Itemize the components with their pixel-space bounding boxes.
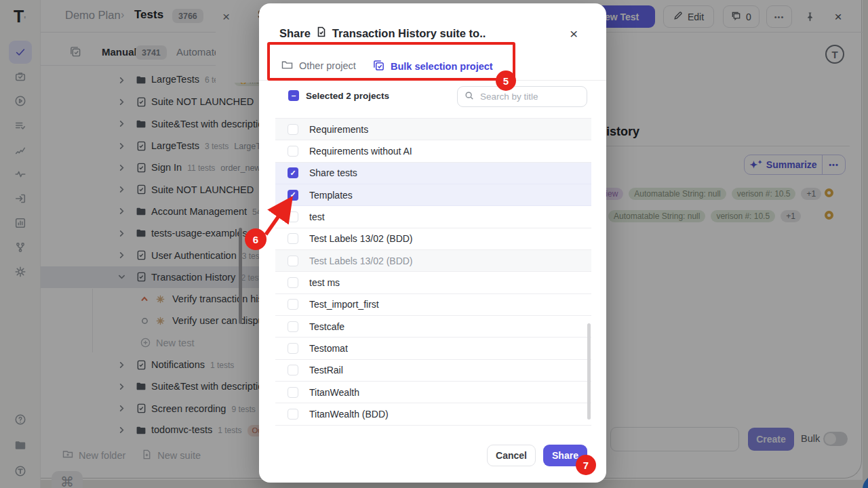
modal-title: Share Transaction History suite to..	[279, 26, 486, 40]
project-row[interactable]: Testcafe	[275, 316, 591, 338]
project-row[interactable]: Requirements without AI	[275, 140, 591, 162]
modal-title-prefix: Share	[279, 27, 311, 40]
project-label: Test Labels 13/02 (BDD)	[309, 256, 413, 266]
modal-scrollbar[interactable]	[587, 323, 591, 420]
project-row[interactable]: Test Labels 13/02 (BDD)	[275, 250, 591, 272]
project-label: Test_import_first	[309, 299, 379, 310]
step-badge-6: 6	[245, 228, 267, 250]
project-checkbox[interactable]: ✓	[288, 167, 298, 178]
project-row[interactable]: TitanWealth (BDD)	[275, 403, 591, 425]
project-row[interactable]: Requirements	[275, 119, 591, 140]
project-row[interactable]: Test Labels 13/02 (BDD)	[275, 228, 591, 250]
project-label: Requirements	[309, 124, 368, 135]
project-checkbox[interactable]	[288, 343, 298, 354]
search-input[interactable]	[479, 91, 574, 102]
step-badge-7: 7	[576, 455, 596, 475]
project-label: Share tests	[309, 167, 357, 178]
project-label: Testcafe	[309, 321, 344, 332]
project-checkbox[interactable]	[288, 146, 298, 157]
project-checkbox[interactable]	[288, 321, 298, 332]
project-row[interactable]: ✓Share tests	[275, 163, 591, 184]
search-icon	[465, 91, 474, 103]
project-list: RequirementsRequirements without AI✓Shar…	[275, 118, 591, 426]
project-label: Templates	[309, 190, 353, 201]
project-row[interactable]: TestRail	[275, 360, 591, 382]
project-checkbox[interactable]	[288, 387, 298, 398]
project-checkbox[interactable]	[288, 277, 298, 288]
project-row[interactable]: TitanWealth	[275, 382, 591, 403]
project-row[interactable]: Test_import_first	[275, 294, 591, 316]
project-label: TitanWealth	[309, 387, 359, 398]
project-row[interactable]: test	[275, 206, 591, 228]
cancel-button[interactable]: Cancel	[487, 445, 536, 466]
project-checkbox[interactable]	[288, 409, 298, 420]
project-row[interactable]: ✓Templates	[275, 184, 591, 206]
project-checkbox[interactable]	[288, 299, 298, 310]
annotation-box-tabs	[267, 42, 515, 81]
project-label: Testomat	[309, 343, 348, 354]
project-label: Test Labels 13/02 (BDD)	[309, 233, 413, 244]
project-label: test ms	[309, 277, 340, 288]
project-checkbox[interactable]	[288, 256, 298, 266]
modal-close-icon[interactable]: ×	[570, 26, 578, 42]
modal-title-rest: Transaction History suite to..	[332, 27, 486, 40]
app-root: T' Demo Plan › Tests 3766 New Test Edit …	[0, 0, 868, 488]
project-label: test	[309, 211, 325, 222]
step-badge-5: 5	[496, 70, 516, 91]
project-label: TitanWealth (BDD)	[309, 409, 389, 420]
project-checkbox[interactable]	[288, 365, 298, 375]
project-label: Requirements without AI	[309, 146, 412, 157]
project-checkbox[interactable]	[288, 124, 298, 135]
select-all-checkbox[interactable]: –	[288, 90, 299, 101]
selected-summary: Selected 2 projects	[306, 91, 389, 101]
project-label: TestRail	[309, 365, 343, 375]
project-row[interactable]: Testomat	[275, 338, 591, 359]
project-row[interactable]: test ms	[275, 272, 591, 293]
search-box[interactable]	[457, 86, 587, 107]
doc-check-icon	[316, 26, 327, 40]
